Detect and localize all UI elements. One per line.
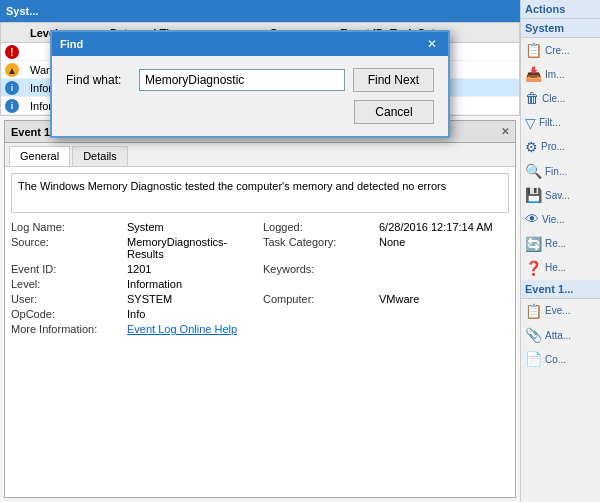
event-id-label: Event ID:	[11, 263, 121, 275]
find-icon: 🔍	[525, 162, 542, 180]
sidebar-item-event-props[interactable]: 📋 Eve...	[521, 299, 600, 323]
keywords-label: Keywords:	[263, 263, 373, 275]
level-value: Information	[127, 278, 257, 290]
sidebar-item-filter[interactable]: ▽ Filt...	[521, 111, 600, 135]
tab-general[interactable]: General	[9, 146, 70, 166]
logged-label: Logged:	[263, 221, 373, 233]
event-detail-panel: Event 1201, MemoryDiagnostics-Results ✕ …	[4, 120, 516, 498]
sidebar-item-help[interactable]: ❓ He...	[521, 256, 600, 280]
level-label: Level:	[11, 278, 121, 290]
event-sidebar-title: Event 1...	[521, 280, 600, 299]
find-what-input[interactable]	[139, 69, 345, 91]
refresh-icon: 🔄	[525, 235, 542, 253]
level-icon: ▲	[5, 63, 30, 77]
error-icon: !	[5, 45, 19, 59]
import-icon: 📥	[525, 65, 542, 83]
event-id-value: 1201	[127, 263, 257, 275]
logged-value: 6/28/2016 12:17:14 AM	[379, 221, 509, 233]
tabs-container: General Details	[5, 143, 515, 167]
copy-icon: 📄	[525, 350, 542, 368]
info-icon: i	[5, 99, 19, 113]
sidebar-item-label: Filt...	[539, 116, 561, 129]
computer-value: VMware	[379, 293, 509, 305]
find-what-row: Find what: Find Next	[66, 68, 434, 92]
sidebar-item-label: Cle...	[542, 92, 565, 105]
sidebar-item-save[interactable]: 💾 Sav...	[521, 183, 600, 207]
tab-general-label: General	[20, 150, 59, 162]
task-category-value: None	[379, 236, 509, 260]
sidebar-item-label: Re...	[545, 237, 566, 250]
find-cancel-row: Cancel	[66, 100, 434, 124]
help-icon: ❓	[525, 259, 542, 277]
find-dialog-title: Find	[60, 38, 83, 50]
opcode-label: OpCode:	[11, 308, 121, 320]
more-info-link[interactable]: Event Log Online Help	[127, 323, 257, 335]
find-next-button[interactable]: Find Next	[353, 68, 434, 92]
level-icon: !	[5, 45, 30, 59]
sidebar-item-import[interactable]: 📥 Im...	[521, 62, 600, 86]
sidebar-item-label: Pro...	[541, 140, 565, 153]
opcode-value: Info	[127, 308, 257, 320]
sidebar-item-label: Atta...	[545, 329, 571, 342]
sidebar-item-label: Fin...	[545, 165, 567, 178]
sidebar-item-copy[interactable]: 📄 Co...	[521, 347, 600, 371]
filter-icon: ▽	[525, 114, 536, 132]
save-icon: 💾	[525, 186, 542, 204]
warning-icon: ▲	[5, 63, 19, 77]
system-header-label: Syst...	[6, 5, 38, 17]
info-icon: i	[5, 81, 19, 95]
sidebar-item-label: Cre...	[545, 44, 569, 57]
tab-details-label: Details	[83, 150, 117, 162]
close-event-detail-button[interactable]: ✕	[501, 126, 509, 137]
find-dialog-titlebar: Find ✕	[52, 32, 448, 56]
find-what-label: Find what:	[66, 73, 131, 87]
sidebar-item-label: Im...	[545, 68, 564, 81]
sidebar-item-create[interactable]: 📋 Cre...	[521, 38, 600, 62]
sidebar-item-label: Co...	[545, 353, 566, 366]
task-category-label: Task Category:	[263, 236, 373, 260]
right-sidebar: Actions System 📋 Cre... 📥 Im... 🗑 Cle...…	[520, 0, 600, 502]
find-dialog-close-button[interactable]: ✕	[424, 36, 440, 52]
create-icon: 📋	[525, 41, 542, 59]
level-icon: i	[5, 81, 30, 95]
sidebar-item-label: Sav...	[545, 189, 570, 202]
computer-label: Computer:	[263, 293, 373, 305]
system-sidebar-title: System	[521, 19, 600, 38]
sidebar-item-view[interactable]: 👁 Vie...	[521, 207, 600, 231]
user-value: SYSTEM	[127, 293, 257, 305]
sidebar-item-properties[interactable]: ⚙ Pro...	[521, 135, 600, 159]
find-dialog: Find ✕ Find what: Find Next Cancel	[50, 30, 450, 138]
sidebar-item-find[interactable]: 🔍 Fin...	[521, 159, 600, 183]
more-info-label: More Information:	[11, 323, 121, 335]
find-dialog-body: Find what: Find Next Cancel	[52, 56, 448, 136]
sidebar-item-refresh[interactable]: 🔄 Re...	[521, 232, 600, 256]
source-label: Source:	[11, 236, 121, 260]
find-cancel-button[interactable]: Cancel	[354, 100, 434, 124]
keywords-value	[379, 263, 509, 275]
clear-icon: 🗑	[525, 89, 539, 107]
properties-icon: ⚙	[525, 138, 538, 156]
view-icon: 👁	[525, 210, 539, 228]
event-props-icon: 📋	[525, 302, 542, 320]
log-name-label: Log Name:	[11, 221, 121, 233]
user-label: User:	[11, 293, 121, 305]
sidebar-item-attach[interactable]: 📎 Atta...	[521, 323, 600, 347]
event-description-text: The Windows Memory Diagnostic tested the…	[18, 180, 446, 192]
sidebar-item-label: Vie...	[542, 213, 565, 226]
attach-icon: 📎	[525, 326, 542, 344]
event-description: The Windows Memory Diagnostic tested the…	[11, 173, 509, 213]
source-value: MemoryDiagnostics-Results	[127, 236, 257, 260]
event-content: The Windows Memory Diagnostic tested the…	[5, 167, 515, 497]
sidebar-item-clear[interactable]: 🗑 Cle...	[521, 86, 600, 110]
system-header: Syst...	[0, 0, 520, 22]
log-name-value: System	[127, 221, 257, 233]
actions-title: Actions	[521, 0, 600, 19]
sidebar-item-label: He...	[545, 261, 566, 274]
tab-details[interactable]: Details	[72, 146, 128, 166]
event-meta: Log Name: System Logged: 6/28/2016 12:17…	[11, 221, 509, 335]
sidebar-item-label: Eve...	[545, 304, 571, 317]
level-icon: i	[5, 99, 30, 113]
